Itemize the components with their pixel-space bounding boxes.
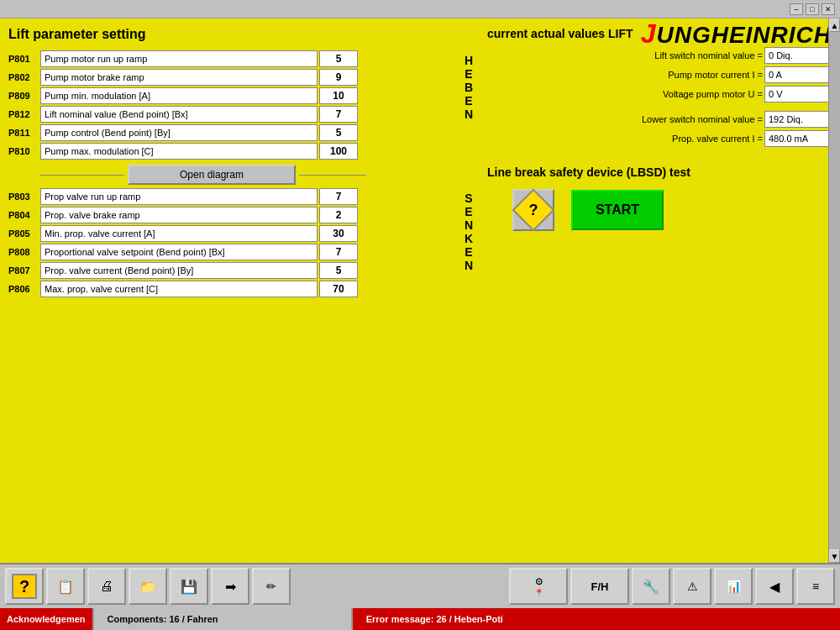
heben-label: HEBEN: [459, 50, 479, 124]
scroll-down-button[interactable]: ▼: [829, 549, 840, 563]
param-name[interactable]: Max. prop. valve current [C]: [40, 281, 318, 297]
param-row: P806 Max. prop. valve current [C] 70: [8, 281, 459, 297]
param-value[interactable]: 2: [319, 207, 358, 223]
param-name[interactable]: Lift nominal value (Bend point) [Bx]: [40, 106, 318, 123]
param-row: P805 Min. prop. valve current [A] 30: [8, 225, 459, 242]
question-diamond: ?: [512, 189, 555, 232]
lbsd-start-button[interactable]: START: [571, 190, 664, 230]
actual-value-row: Voltage pump motor U = 0 V: [487, 86, 832, 102]
param-value[interactable]: 5: [319, 262, 358, 279]
actual-values-title: current actual values LIFT: [487, 27, 832, 40]
scroll-up-button[interactable]: ▲: [829, 18, 840, 32]
param-id: P805: [8, 228, 40, 239]
actual-value-box: 0 Diq.: [764, 47, 832, 64]
param-name[interactable]: Min. prop. valve current [A]: [40, 225, 318, 242]
right-panel: current actual values LIFT Lift switch n…: [487, 27, 832, 554]
heben-param-rows: P801 Pump motor run up ramp 5 P802 Pump …: [8, 50, 459, 161]
param-name[interactable]: Pump motor brake ramp: [40, 69, 318, 86]
more-toolbar-button[interactable]: ≡: [796, 568, 835, 605]
actual-value-row: Lower switch nominal value = 192 Diq.: [487, 111, 832, 128]
param-name[interactable]: Prop valve run up ramp: [40, 188, 318, 205]
param-value[interactable]: 9: [319, 69, 358, 86]
param-name[interactable]: Pump motor run up ramp: [40, 50, 318, 67]
lbsd-title: Line break safety device (LBSD) test: [487, 165, 832, 179]
param-value[interactable]: 70: [319, 281, 358, 297]
close-button[interactable]: ✕: [822, 3, 835, 15]
param-id: P804: [8, 210, 40, 220]
param-row: P804 Prop. valve brake ramp 2: [8, 207, 459, 223]
toolbar-buttons: ? 📋 🖨 📁 💾 ➡ ✏ ⊙📍 F/H 🔧: [0, 564, 840, 608]
param-id: P806: [8, 284, 40, 294]
lbsd-section: Line break safety device (LBSD) test ? S…: [487, 165, 832, 231]
nav-toolbar-button[interactable]: ➡: [211, 568, 249, 605]
status-components: Components: 16 / Fahren: [94, 608, 353, 630]
lbsd-help-icon[interactable]: ?: [512, 189, 554, 231]
heben-group: P801 Pump motor run up ramp 5 P802 Pump …: [8, 50, 479, 161]
param-id: P801: [8, 54, 40, 64]
param-id: P803: [8, 192, 40, 202]
param-name[interactable]: Pump control (Bend point) [By]: [40, 124, 318, 141]
back-toolbar-button[interactable]: ◀: [755, 568, 794, 605]
gauge-toolbar-button[interactable]: ⊙📍: [509, 568, 568, 605]
param-row: P803 Prop valve run up ramp 7: [8, 188, 459, 205]
maximize-button[interactable]: □: [806, 3, 819, 15]
scrollbar: ▲ ▼: [828, 18, 840, 563]
list-toolbar-button[interactable]: 📋: [46, 568, 85, 605]
chart-toolbar-button[interactable]: 📊: [714, 568, 753, 605]
param-value[interactable]: 100: [319, 143, 358, 160]
wrench-toolbar-button[interactable]: 🔧: [632, 568, 670, 605]
actual-values-group1: Lift switch nominal value = 0 Diq. Pump …: [487, 47, 832, 102]
actual-value-label: Pump motor current I =: [668, 70, 763, 80]
actual-value-label: Lift switch nominal value =: [654, 50, 763, 60]
edit-toolbar-button[interactable]: ✏: [252, 568, 291, 605]
param-value[interactable]: 10: [319, 87, 358, 104]
param-id: P811: [8, 128, 40, 138]
param-row: P810 Pump max. modulation [C] 100: [8, 143, 459, 160]
folder-toolbar-button[interactable]: 📁: [129, 568, 167, 605]
lbsd-controls: ? START: [487, 189, 832, 231]
save-toolbar-button[interactable]: 💾: [170, 568, 208, 605]
param-id: P807: [8, 265, 40, 276]
print-toolbar-button[interactable]: 🖨: [87, 568, 126, 605]
minimize-button[interactable]: –: [790, 3, 803, 15]
param-value[interactable]: 7: [319, 188, 358, 205]
alert-toolbar-button[interactable]: ⚠: [673, 568, 711, 605]
param-name[interactable]: Proportional valve setpoint (Bend point)…: [40, 244, 318, 260]
param-name[interactable]: Prop. valve brake ramp: [40, 207, 318, 223]
actual-value-row: Prop. valve current I = 480.0 mA: [487, 130, 832, 147]
param-row: P801 Pump motor run up ramp 5: [8, 50, 459, 67]
actual-value-label: Prop. valve current I =: [672, 134, 763, 144]
actual-value-label: Lower switch nominal value =: [642, 114, 763, 124]
actual-value-box: 0 V: [764, 86, 832, 102]
param-row: P808 Proportional valve setpoint (Bend p…: [8, 244, 459, 260]
param-value[interactable]: 5: [319, 124, 358, 141]
param-row: P809 Pump min. modulation [A] 10: [8, 87, 459, 104]
param-id: P802: [8, 72, 40, 82]
help-toolbar-button[interactable]: ?: [5, 568, 44, 605]
param-value[interactable]: 7: [319, 244, 358, 260]
left-panel-title: Lift parameter setting: [8, 27, 479, 44]
fh-toolbar-button[interactable]: F/H: [570, 568, 629, 605]
param-id: P808: [8, 247, 40, 257]
actual-values-group2: Lower switch nominal value = 192 Diq. Pr…: [487, 111, 832, 147]
param-name[interactable]: Prop. valve current (Bend point) [By]: [40, 262, 318, 279]
actual-value-label: Voltage pump motor U =: [663, 89, 763, 99]
toolbar-status-bar: Acknowledgemen Components: 16 / Fahren E…: [0, 608, 840, 630]
param-value[interactable]: 5: [319, 50, 358, 67]
param-name[interactable]: Pump min. modulation [A]: [40, 87, 318, 104]
param-row: P807 Prop. valve current (Bend point) [B…: [8, 262, 459, 279]
actual-value-box: 192 Diq.: [764, 111, 832, 128]
scroll-thumb[interactable]: [829, 32, 840, 549]
actual-value-box: 480.0 mA: [764, 130, 832, 147]
actual-values-section: current actual values LIFT Lift switch n…: [487, 27, 832, 155]
param-value[interactable]: 7: [319, 106, 358, 123]
senken-label: SENKEN: [459, 188, 479, 276]
param-id: P810: [8, 146, 40, 156]
param-value[interactable]: 30: [319, 225, 358, 242]
bottom-toolbar: ? 📋 🖨 📁 💾 ➡ ✏ ⊙📍 F/H 🔧: [0, 563, 840, 630]
status-acknowledgement[interactable]: Acknowledgemen: [0, 608, 94, 630]
left-panel: Lift parameter setting P801 Pump motor r…: [8, 27, 479, 554]
senken-param-rows: P803 Prop valve run up ramp 7 P804 Prop.…: [8, 188, 459, 299]
open-diagram-button[interactable]: Open diagram: [128, 165, 296, 185]
param-name[interactable]: Pump max. modulation [C]: [40, 143, 318, 160]
